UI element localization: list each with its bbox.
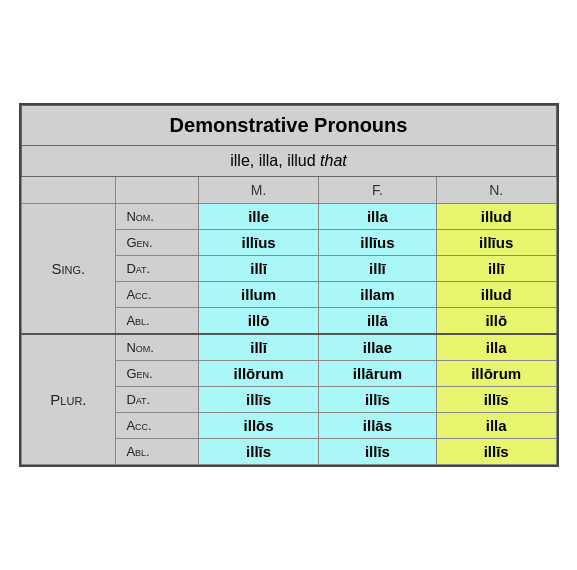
sing-acc-f: illam xyxy=(318,282,436,308)
sing-acc-n: illud xyxy=(436,282,556,308)
plur-acc-case: Acc. xyxy=(116,413,199,439)
plur-nom-f: illae xyxy=(318,334,436,361)
sing-gen-n: illīus xyxy=(436,230,556,256)
plur-acc-n: illa xyxy=(436,413,556,439)
sing-abl-f: illā xyxy=(318,308,436,335)
sing-label: Sing. xyxy=(21,204,116,335)
plur-acc-f: illās xyxy=(318,413,436,439)
plur-nom-case: Nom. xyxy=(116,334,199,361)
plur-label: Plur. xyxy=(21,334,116,465)
title-row: Demonstrative Pronouns xyxy=(21,106,556,146)
plur-acc-m: illōs xyxy=(199,413,319,439)
sing-nom-n: illud xyxy=(436,204,556,230)
header-m: M. xyxy=(199,177,319,204)
main-table-wrapper: Demonstrative Pronouns ille, illa, illud… xyxy=(19,103,559,467)
plur-gen-m: illōrum xyxy=(199,361,319,387)
plur-nom-n: illa xyxy=(436,334,556,361)
sing-abl-case: Abl. xyxy=(116,308,199,335)
plur-abl-n: illīs xyxy=(436,439,556,465)
sing-nom-case: Nom. xyxy=(116,204,199,230)
plur-nom-m: illī xyxy=(199,334,319,361)
sing-abl-m: illō xyxy=(199,308,319,335)
table-title: Demonstrative Pronouns xyxy=(21,106,556,146)
table-subtitle: ille, illa, illud that xyxy=(21,146,556,177)
sing-gen-m: illīus xyxy=(199,230,319,256)
plur-nom-row: Plur. Nom. illī illae illa xyxy=(21,334,556,361)
plur-dat-m: illīs xyxy=(199,387,319,413)
plur-gen-case: Gen. xyxy=(116,361,199,387)
plur-abl-case: Abl. xyxy=(116,439,199,465)
header-n: N. xyxy=(436,177,556,204)
sing-dat-m: illī xyxy=(199,256,319,282)
plur-dat-f: illīs xyxy=(318,387,436,413)
sing-gen-case: Gen. xyxy=(116,230,199,256)
subtitle-text: ille, illa, illud xyxy=(230,152,315,169)
column-header-row: M. F. N. xyxy=(21,177,556,204)
plur-dat-n: illīs xyxy=(436,387,556,413)
sing-nom-m: ille xyxy=(199,204,319,230)
plur-gen-n: illōrum xyxy=(436,361,556,387)
sing-gen-f: illīus xyxy=(318,230,436,256)
sing-dat-case: Dat. xyxy=(116,256,199,282)
sing-dat-n: illī xyxy=(436,256,556,282)
header-empty2 xyxy=(116,177,199,204)
plur-abl-f: illīs xyxy=(318,439,436,465)
plur-abl-m: illīs xyxy=(199,439,319,465)
plur-dat-case: Dat. xyxy=(116,387,199,413)
subtitle-italic: that xyxy=(320,152,347,169)
header-f: F. xyxy=(318,177,436,204)
sing-acc-m: illum xyxy=(199,282,319,308)
plur-gen-f: illārum xyxy=(318,361,436,387)
sing-nom-row: Sing. Nom. ille illa illud xyxy=(21,204,556,230)
sing-acc-case: Acc. xyxy=(116,282,199,308)
sing-dat-f: illī xyxy=(318,256,436,282)
header-empty1 xyxy=(21,177,116,204)
sing-abl-n: illō xyxy=(436,308,556,335)
sing-nom-f: illa xyxy=(318,204,436,230)
declension-table: Demonstrative Pronouns ille, illa, illud… xyxy=(21,105,557,465)
subtitle-row: ille, illa, illud that xyxy=(21,146,556,177)
